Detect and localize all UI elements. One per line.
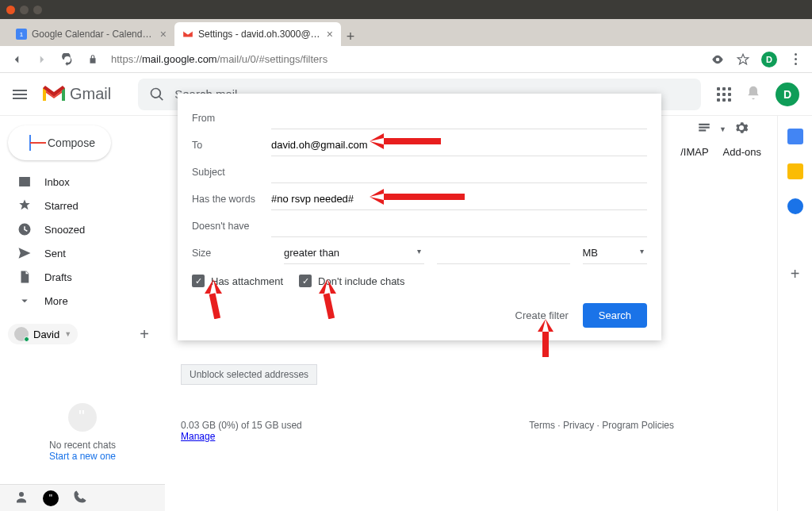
compose-button[interactable]: Compose (8, 125, 111, 160)
chat-bubble-icon (68, 403, 97, 432)
tab-close-icon[interactable]: × (160, 28, 167, 40)
window-titlebar (0, 0, 812, 19)
hangouts-user-chip[interactable]: David ▼ (8, 324, 78, 344)
chevron-down-icon: ▼ (64, 330, 71, 338)
start-chat-link[interactable]: Start a new one (0, 451, 165, 462)
notifications-button[interactable] (745, 85, 761, 104)
keep-addon-icon[interactable] (787, 163, 803, 179)
tab-title: Settings - david.oh.3000@gma (198, 29, 322, 40)
gmail-favicon-icon (182, 29, 193, 40)
tab-title: Google Calendar - Calendar sett (32, 29, 155, 40)
nav-label: Drafts (44, 271, 72, 283)
sidebar-item-starred[interactable]: Starred (0, 194, 165, 217)
compose-plus-icon (22, 135, 38, 151)
contacts-tab-icon[interactable] (14, 490, 29, 507)
filter-search-button[interactable]: Search (583, 303, 647, 328)
search-filter-panel: From To Subject Has the words Doesn't ha… (178, 94, 661, 340)
filter-subject-input[interactable] (271, 161, 647, 183)
input-tools-button[interactable] (697, 121, 711, 138)
filter-from-input[interactable] (271, 107, 647, 129)
lock-icon (86, 52, 100, 67)
create-filter-link[interactable]: Create filter (515, 309, 569, 321)
policies-link[interactable]: Program Policies (602, 420, 674, 431)
filter-doesnt-have-input[interactable] (271, 215, 647, 237)
checkbox-label: Has attachment (211, 275, 283, 287)
checkbox-label: Don't include chats (318, 275, 404, 287)
hangouts-empty-state: No recent chats Start a new one (0, 403, 165, 462)
filter-subject-label: Subject (192, 167, 271, 178)
address-bar[interactable]: https://mail.google.com/mail/u/0/#settin… (111, 53, 699, 65)
window-minimize-button[interactable] (20, 6, 29, 14)
search-icon (149, 86, 165, 102)
manage-storage-link[interactable]: Manage (181, 431, 215, 442)
input-tools-dropdown-icon[interactable]: ▼ (719, 125, 726, 133)
main-menu-button[interactable] (13, 90, 27, 99)
browser-tab-calendar[interactable]: 1 Google Calendar - Calendar sett × (8, 22, 174, 46)
nav-label: Snoozed (44, 224, 85, 236)
calendar-favicon-icon: 1 (16, 29, 27, 40)
window-maximize-button[interactable] (33, 6, 42, 14)
filter-size-unit-select[interactable]: MB (583, 242, 647, 264)
forward-button[interactable] (35, 52, 49, 67)
filter-has-words-label: Has the words (192, 194, 271, 205)
filter-has-words-input[interactable] (271, 188, 647, 210)
filter-doesnt-have-label: Doesn't have (192, 221, 271, 232)
window-close-button[interactable] (6, 6, 15, 14)
new-tab-button[interactable]: + (341, 27, 360, 46)
settings-tab-imap[interactable]: /IMAP (680, 146, 708, 158)
sidebar-item-inbox[interactable]: Inbox (0, 170, 165, 194)
gmail-m-icon (43, 86, 65, 103)
sidebar-item-sent[interactable]: Sent (0, 241, 165, 265)
sidebar-item-snoozed[interactable]: Snoozed (0, 217, 165, 241)
browser-tab-gmail-settings[interactable]: Settings - david.oh.3000@gma × (174, 22, 341, 46)
addons-plus-icon[interactable]: + (791, 265, 800, 283)
chats-tab-icon[interactable]: " (43, 490, 59, 506)
sidebar: Compose Inbox Starred Snoozed Sent Draft… (0, 116, 165, 511)
back-button[interactable] (10, 52, 24, 67)
footer-links: Terms · Privacy · Program Policies (529, 420, 674, 442)
browser-toolbar: https://mail.google.com/mail/u/0/#settin… (0, 46, 812, 73)
unblock-addresses-button[interactable]: Unblock selected addresses (181, 364, 317, 385)
settings-gear-icon[interactable] (734, 121, 749, 138)
terms-link[interactable]: Terms (529, 420, 555, 431)
privacy-link[interactable]: Privacy (563, 420, 594, 431)
sidebar-item-drafts[interactable]: Drafts (0, 265, 165, 289)
gmail-title: Gmail (70, 85, 111, 103)
nav-label: More (44, 295, 68, 307)
footer: 0.03 GB (0%) of 15 GB used Manage Terms … (181, 420, 761, 442)
checkbox-checked-icon (192, 275, 205, 287)
storage-text: 0.03 GB (0%) of 15 GB used (181, 420, 302, 431)
eye-icon[interactable] (710, 52, 725, 67)
filter-size-label: Size (192, 248, 271, 259)
tab-close-icon[interactable]: × (327, 28, 333, 40)
add-contact-button[interactable]: + (140, 325, 149, 344)
profile-avatar[interactable]: D (761, 52, 777, 67)
filter-from-label: From (192, 113, 271, 124)
hangouts-footer: " (0, 484, 165, 511)
side-panel: + (777, 116, 812, 511)
filter-size-value-input[interactable] (437, 242, 570, 264)
gmail-logo[interactable]: Gmail (43, 85, 111, 103)
phone-tab-icon[interactable] (73, 490, 87, 507)
nav-label: Sent (44, 248, 66, 259)
filter-to-input[interactable] (271, 134, 647, 156)
bookmark-star-icon[interactable] (736, 52, 750, 67)
sidebar-item-more[interactable]: More (0, 289, 165, 313)
tasks-addon-icon[interactable] (787, 198, 803, 214)
url-path: /mail/u/0/#settings/filters (217, 53, 327, 65)
settings-tab-addons[interactable]: Add-ons (723, 146, 761, 158)
compose-label: Compose (48, 136, 95, 149)
filter-size-operator-select[interactable]: greater than (284, 242, 424, 264)
user-name: David (33, 328, 59, 340)
google-apps-button[interactable] (717, 87, 731, 102)
reload-button[interactable] (60, 52, 75, 67)
browser-tab-strip: 1 Google Calendar - Calendar sett × Sett… (0, 19, 812, 46)
has-attachment-checkbox[interactable]: Has attachment (192, 275, 283, 287)
filter-to-label: To (192, 140, 271, 151)
nav-label: Starred (44, 200, 79, 212)
browser-menu-button[interactable] (788, 52, 802, 67)
no-chats-text: No recent chats (0, 440, 165, 451)
calendar-addon-icon[interactable] (787, 129, 803, 144)
account-avatar[interactable]: D (776, 83, 799, 106)
dont-include-chats-checkbox[interactable]: Don't include chats (299, 275, 404, 287)
